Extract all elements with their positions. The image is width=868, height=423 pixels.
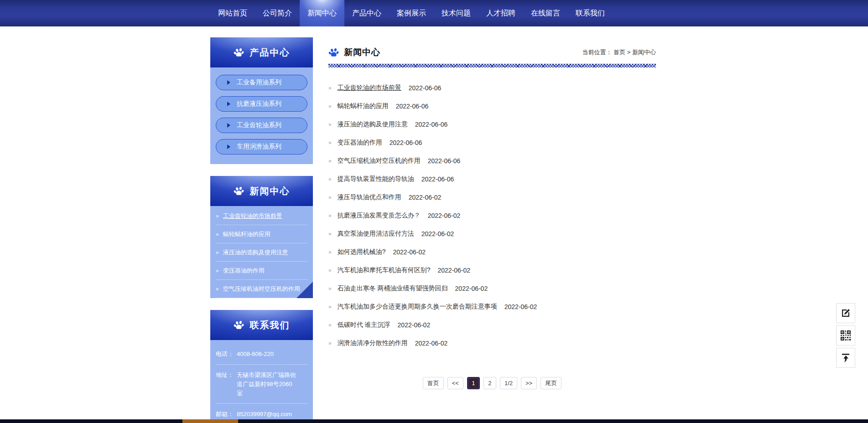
sidebar-news-link[interactable]: » 变压器油的作用: [216, 262, 307, 280]
news-title-link[interactable]: 汽车机油加多少合适更换周期多久换一次磨合期注意事项: [338, 303, 497, 311]
pagination-page-2[interactable]: 2: [483, 377, 496, 389]
sidebar-news-link[interactable]: » 蜗轮蜗杆油的应用: [216, 225, 307, 243]
news-list-item[interactable]: » 空气压缩机油对空压机的作用 2022-06-06: [328, 152, 656, 170]
sidebar-contact-section: 联系我们 电话： 4008-606-220 地址： 无锡市梁溪区广瑞路街道广益新…: [210, 310, 313, 423]
back-to-top-button[interactable]: [836, 348, 855, 368]
qr-code-button[interactable]: [836, 325, 855, 346]
news-title-link[interactable]: 如何选用机械油?: [338, 248, 386, 256]
nav-item-company-profile[interactable]: 公司简介: [255, 0, 300, 26]
news-date: 2022-06-02: [428, 212, 461, 219]
news-list-item[interactable]: » 液压油的选购及使用注意 2022-06-06: [328, 115, 656, 134]
paw-icon: [234, 320, 244, 330]
news-title-link[interactable]: 汽车机油和摩托车机油有何区别?: [338, 266, 431, 274]
sidebar-news-link[interactable]: » 工业齿轮油的市场前景: [216, 207, 307, 225]
news-list-item[interactable]: » 变压器油的作用 2022-06-06: [328, 134, 656, 152]
product-category-industrial-backup-oil[interactable]: 工业备用油系列: [216, 75, 307, 90]
phone-label: 电话：: [216, 350, 237, 359]
nav-item-online-message[interactable]: 在线留言: [523, 0, 568, 26]
news-date: 2022-06-02: [421, 230, 454, 237]
address-value: 无锡市梁溪区广瑞路街道广益新村98号2060室: [237, 371, 298, 398]
pagination-prev-button[interactable]: <<: [447, 377, 463, 389]
news-date: 2022-06-06: [415, 121, 448, 128]
sidebar-news-link[interactable]: » 液压油的选购及使用注意: [216, 243, 307, 262]
nav-item-case-show[interactable]: 案例展示: [389, 0, 434, 26]
floating-toolbar: [836, 303, 855, 368]
news-date: 2022-06-02: [455, 285, 488, 292]
news-date: 2022-06-02: [437, 267, 470, 274]
pagination-first-button[interactable]: 首页: [423, 377, 444, 389]
contact-section-header: 联系我们: [210, 310, 313, 340]
news-list-item[interactable]: » 液压导轨油优点和作用 2022-06-02: [328, 188, 656, 206]
chevron-right-icon: »: [216, 231, 219, 237]
nav-item-product-center[interactable]: 产品中心: [344, 0, 389, 26]
news-title-link[interactable]: 蜗轮蜗杆油的应用: [338, 102, 389, 110]
contact-section-title: 联系我们: [250, 319, 290, 331]
news-list-item[interactable]: » 抗磨液压油发黑变质怎么办？ 2022-06-02: [328, 206, 656, 225]
product-category-antiwear-hydraulic-oil[interactable]: 抗磨液压油系列: [216, 96, 307, 112]
news-date: 2022-06-06: [421, 175, 454, 183]
news-list-item[interactable]: » 汽车机油和摩托车机油有何区别? 2022-06-02: [328, 261, 656, 279]
news-title-link[interactable]: 液压导轨油优点和作用: [338, 193, 401, 201]
news-list: » 工业齿轮油的市场前景 2022-06-06 » 蜗轮蜗杆油的应用 2022-…: [328, 79, 656, 352]
nav-item-recruitment[interactable]: 人才招聘: [478, 0, 523, 26]
news-list-item[interactable]: » 蜗轮蜗杆油的应用 2022-06-06: [328, 97, 656, 115]
product-category-label: 抗磨液压油系列: [237, 100, 281, 108]
news-list-item[interactable]: » 如何选用机械油? 2022-06-02: [328, 243, 656, 261]
product-category-label: 工业备用油系列: [237, 78, 281, 87]
news-list-item[interactable]: » 润滑油清净分散性的作用 2022-06-02: [328, 334, 656, 352]
breadcrumb-current[interactable]: 新闻中心: [632, 49, 656, 56]
sidebar-news-link[interactable]: » 空气压缩机油对空压机的作用: [216, 280, 307, 298]
page-title-wrap: 新闻中心: [328, 46, 380, 58]
compose-icon: [840, 308, 851, 319]
news-title-link[interactable]: 提高导轨装置性能的导轨油: [338, 175, 414, 183]
news-title-link[interactable]: 变压器油的作用: [338, 139, 382, 147]
chevron-bullet-icon: »: [328, 322, 332, 328]
news-title-link[interactable]: 抗磨液压油发黑变质怎么办？: [338, 212, 421, 220]
contact-info: 电话： 4008-606-220 地址： 无锡市梁溪区广瑞路街道广益新村98号2…: [210, 340, 313, 423]
news-title-link[interactable]: 液压油的选购及使用注意: [338, 120, 408, 129]
page-title: 新闻中心: [344, 46, 380, 58]
news-title-link[interactable]: 工业齿轮油的市场前景: [338, 84, 401, 92]
nav-item-home[interactable]: 网站首页: [210, 0, 255, 26]
product-category-vehicle-lubricant[interactable]: 车用润滑油系列: [216, 139, 307, 155]
chevron-right-icon: »: [216, 286, 219, 292]
news-title-link[interactable]: 真空泵油使用清洁应付方法: [338, 230, 414, 238]
product-category-industrial-gear-oil[interactable]: 工业齿轮油系列: [216, 118, 307, 133]
news-list-item[interactable]: » 提高导轨装置性能的导轨油 2022-06-06: [328, 170, 656, 188]
nav-item-contact-us[interactable]: 联系我们: [568, 0, 613, 26]
breadcrumb-separator: >: [627, 49, 631, 56]
footer-bar: [0, 419, 868, 423]
pagination-last-button[interactable]: 尾页: [541, 377, 561, 389]
pagination-page-1[interactable]: 1: [467, 377, 480, 389]
news-title-link[interactable]: 低碳时代 谁主沉浮: [338, 321, 390, 329]
news-list-item[interactable]: » 真空泵油使用清洁应付方法 2022-06-02: [328, 225, 656, 243]
contact-phone-row: 电话： 4008-606-220: [216, 344, 307, 365]
news-list-item[interactable]: » 低碳时代 谁主沉浮 2022-06-02: [328, 316, 656, 334]
news-title-link[interactable]: 石油走出寒冬 两桶油业绩有望强势回归: [338, 284, 448, 293]
breadcrumb-home-link[interactable]: 首页: [613, 49, 625, 56]
news-section-header: 新闻中心: [210, 176, 313, 206]
chevron-bullet-icon: »: [328, 212, 332, 219]
chevron-right-icon: »: [216, 213, 219, 219]
message-compose-button[interactable]: [836, 303, 855, 323]
nav-item-technical-issues[interactable]: 技术问题: [434, 0, 478, 26]
product-category-label: 工业齿轮油系列: [237, 121, 281, 129]
phone-value: 4008-606-220: [237, 350, 274, 359]
sidebar-news-list: » 工业齿轮油的市场前景 » 蜗轮蜗杆油的应用 » 液压油的选购及使用注意 » …: [210, 206, 313, 298]
paw-icon: [328, 47, 339, 58]
chevron-bullet-icon: »: [328, 194, 332, 201]
news-title-link[interactable]: 润滑油清净分散性的作用: [338, 339, 408, 347]
news-list-item[interactable]: » 石油走出寒冬 两桶油业绩有望强势回归 2022-06-02: [328, 279, 656, 298]
news-date: 2022-06-02: [393, 248, 426, 256]
pagination-next-button[interactable]: >>: [521, 377, 537, 389]
news-list-item[interactable]: » 汽车机油加多少合适更换周期多久换一次磨合期注意事项 2022-06-02: [328, 298, 656, 316]
news-title-link[interactable]: 空气压缩机油对空压机的作用: [338, 157, 421, 165]
email-label: 邮箱：: [216, 410, 237, 419]
corner-decoration: [296, 282, 313, 298]
news-list-item[interactable]: » 工业齿轮油的市场前景 2022-06-06: [328, 79, 656, 97]
news-date: 2022-06-02: [415, 340, 448, 347]
news-date: 2022-06-06: [396, 103, 429, 110]
nav-item-news-center[interactable]: 新闻中心: [300, 0, 344, 26]
triangle-icon: [227, 80, 230, 85]
paw-icon: [234, 186, 244, 196]
